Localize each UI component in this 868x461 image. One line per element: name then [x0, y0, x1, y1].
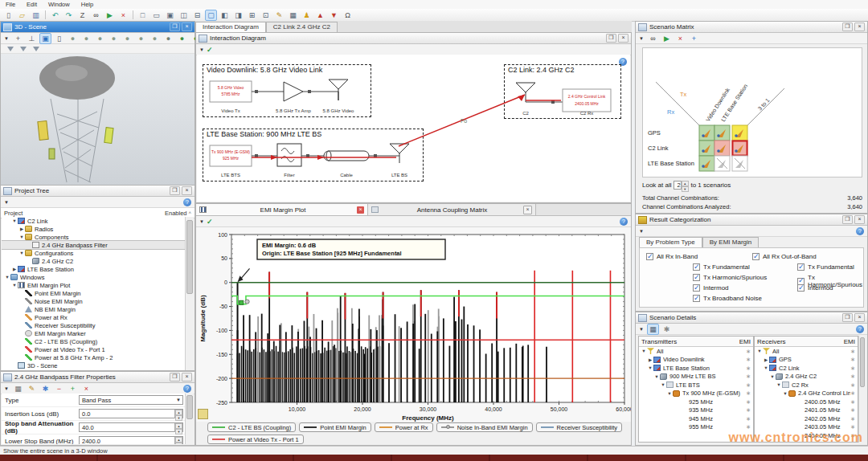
- spinner[interactable]: ▲▼: [174, 437, 182, 445]
- split-left-button[interactable]: ◧: [219, 10, 231, 21]
- pin-icon[interactable]: [198, 409, 208, 419]
- cancel-analysis-button[interactable]: ×: [117, 10, 129, 21]
- equation-button[interactable]: ▦: [12, 383, 24, 394]
- emi-column-header[interactable]: EMI: [844, 338, 855, 345]
- table-view-button[interactable]: ▦: [287, 10, 299, 21]
- value-input[interactable]: 0.0▲▼: [79, 409, 183, 418]
- tree-item-2-4-ghz-bandpass-filter[interactable]: 2.4 GHz Bandpass Filter: [2, 241, 186, 249]
- highlight-button[interactable]: ✱: [39, 383, 51, 394]
- rotate-left-button[interactable]: ●: [176, 33, 188, 44]
- save-file-button[interactable]: ▥: [30, 10, 42, 21]
- tree-item-nb-emi-margin[interactable]: NB EMI Margin: [2, 305, 186, 313]
- run-analysis-button[interactable]: ▶: [104, 10, 116, 21]
- expander-icon[interactable]: ▼: [18, 251, 25, 255]
- tree-item-configurations[interactable]: ▼Configurations: [2, 249, 186, 257]
- receivers-scrollbar[interactable]: [858, 336, 866, 443]
- window-restore-button[interactable]: □: [137, 10, 149, 21]
- user-button[interactable]: ♟: [301, 10, 313, 21]
- float-icon[interactable]: ❐: [842, 215, 853, 224]
- detail-item-tx-900-mhz-e-gsm-[interactable]: ▼Tx 900 MHz (E-GSM)∗: [639, 390, 753, 398]
- view-6-button[interactable]: ●: [135, 33, 147, 44]
- legend-receiver-susceptibility[interactable]: Receiver Susceptibility: [536, 422, 622, 432]
- tree-item-emi-margin-plot[interactable]: ▼EMI Margin Plot: [2, 281, 186, 289]
- close-tab-icon[interactable]: ×: [357, 206, 364, 214]
- close-icon[interactable]: ×: [854, 215, 865, 224]
- scenario-matrix-grid[interactable]: Video DownlinkLTE Base Station3 to 1TxRx…: [642, 47, 862, 177]
- tree-item-components[interactable]: ▼Components: [2, 233, 186, 241]
- scene-3d-viewport[interactable]: [1, 54, 194, 186]
- ruler-button[interactable]: ▯: [53, 33, 65, 44]
- checkbox-tx-harmonic-spurious[interactable]: Tx Harmonic/Spurious: [693, 274, 767, 281]
- expander-icon[interactable]: ▼: [11, 283, 18, 288]
- close-icon[interactable]: ×: [618, 34, 628, 43]
- checkbox-all-rx-out-of-band[interactable]: All Rx Out-of-Band: [752, 253, 817, 260]
- tree-item-3d-scene[interactable]: 3D - Scene: [2, 361, 186, 369]
- tree-item-radios[interactable]: ▶Radios: [2, 225, 186, 233]
- active-layout-button[interactable]: ▢: [205, 10, 217, 21]
- legend-point-emi-margin[interactable]: Point EMI Margin: [299, 422, 371, 432]
- detail-item-2-4-ghz-control-link[interactable]: ▼2.4 GHz Control Link∗: [755, 390, 858, 398]
- menu-file[interactable]: File: [0, 1, 21, 8]
- chevron-down-icon[interactable]: ▼: [4, 36, 9, 41]
- scenario-matrix-titlebar[interactable]: Scenario Matrix ❐ ×: [636, 22, 867, 33]
- legend-c2-lte-bs-coupling-[interactable]: C2 - LTE BS (Coupling): [207, 422, 296, 432]
- antenna-up-button[interactable]: ▲: [314, 10, 326, 21]
- detail-item-900-mhz-lte-bs[interactable]: ▼900 MHz LTE BS∗: [639, 373, 753, 381]
- value-input[interactable]: 40.0▲▼: [79, 422, 183, 432]
- cancel-button[interactable]: ×: [674, 33, 686, 44]
- find-button[interactable]: ∞: [647, 33, 659, 44]
- run-button[interactable]: ▶: [661, 33, 673, 44]
- tree-item-receiver-susceptibility[interactable]: Receiver Susceptibility: [2, 321, 186, 329]
- float-icon[interactable]: ❐: [170, 186, 180, 195]
- antenna-down-button[interactable]: ▼: [328, 10, 340, 21]
- tab-windows-button[interactable]: ⊟: [191, 10, 203, 21]
- filter-results-button[interactable]: ✱: [661, 324, 673, 335]
- help-icon[interactable]: ?: [620, 218, 628, 226]
- close-icon[interactable]: ×: [854, 313, 865, 322]
- type-select[interactable]: Band Pass▼: [79, 395, 183, 405]
- project-tree-scrollbar[interactable]: [185, 217, 194, 370]
- edit-mode-button[interactable]: ✎: [273, 10, 285, 21]
- pan-button[interactable]: +: [12, 33, 24, 44]
- project-tree-list[interactable]: ▼C2 Link▶Radios▼Components2.4 GHz Bandpa…: [2, 217, 186, 370]
- float-icon[interactable]: ❐: [606, 34, 616, 43]
- emi-column-header[interactable]: EMI: [739, 338, 751, 345]
- tab-antenna-coupling-matrix[interactable]: Antenna Coupling Matrix ×: [368, 204, 536, 215]
- detail-item-945-mhz[interactable]: 945 MHz∗: [639, 414, 753, 423]
- tree-item-2-4-ghz-c2[interactable]: 2.4 GHz C2: [2, 257, 186, 265]
- split-right-button[interactable]: ◨: [232, 10, 244, 21]
- transmitters-box[interactable]: Transmitters EMI ▼All∗▶Video Downlink∗▼L…: [638, 336, 754, 443]
- expander-icon[interactable]: ▼: [11, 218, 18, 223]
- tree-item-power-at-video-tx-port-1[interactable]: Power at Video Tx - Port 1: [2, 345, 186, 353]
- view-7-button[interactable]: ●: [149, 33, 161, 44]
- window-min-button[interactable]: ▭: [150, 10, 162, 21]
- chevron-down-icon[interactable]: ▼: [4, 386, 9, 391]
- chevron-down-icon[interactable]: ▼: [639, 36, 644, 41]
- view-2-button[interactable]: ●: [80, 33, 92, 44]
- help-icon[interactable]: ?: [183, 385, 191, 393]
- close-icon[interactable]: ×: [854, 22, 865, 31]
- detail-item-all[interactable]: ▼All∗: [639, 347, 753, 356]
- menu-edit[interactable]: Edit: [21, 1, 43, 8]
- detail-item-all[interactable]: ▼All∗: [755, 347, 858, 356]
- c2-rx-radio[interactable]: [563, 89, 611, 112]
- value-input[interactable]: 2400.0▲▼: [79, 436, 183, 444]
- close-icon[interactable]: ×: [182, 373, 192, 381]
- expander-icon[interactable]: ▶: [11, 267, 18, 271]
- checkbox-intermod[interactable]: Intermod: [797, 284, 833, 292]
- chart-view-button[interactable]: ▦: [647, 324, 659, 335]
- grid-view-button[interactable]: ⊞: [246, 10, 258, 21]
- help-icon[interactable]: ?: [856, 227, 864, 235]
- checkbox-tx-broadband-noise[interactable]: Tx Broadband Noise: [693, 295, 762, 302]
- detail-item-2401-05-mhz[interactable]: 2401.05 MHz∗: [755, 406, 858, 415]
- column-header-project[interactable]: Project: [4, 210, 23, 217]
- spinner[interactable]: ▲▼: [174, 410, 182, 418]
- legend-power-at-rx[interactable]: Power at Rx: [375, 422, 433, 432]
- transmitters-tree[interactable]: ▼All∗▶Video Downlink∗▼LTE Base Station∗▼…: [639, 347, 753, 431]
- lte-base-station-block[interactable]: LTE Base Station: 900 MHz LTE BS Tx 900 …: [203, 129, 424, 182]
- legend-power-at-video-tx-port-1[interactable]: Power at Video Tx - Port 1: [207, 434, 304, 444]
- filter-properties-titlebar[interactable]: 2.4 GHz Bandpass Filter Properties ❐ ×: [1, 372, 194, 383]
- close-tab-icon[interactable]: ×: [523, 206, 532, 214]
- spinner[interactable]: ▲▼: [681, 181, 689, 190]
- tile-windows-button[interactable]: ◫: [178, 10, 190, 21]
